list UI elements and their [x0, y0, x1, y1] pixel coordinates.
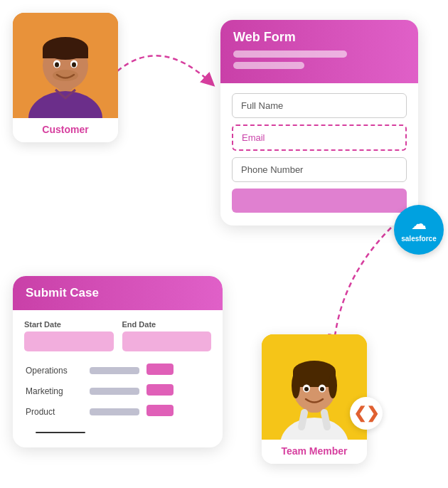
start-date-input[interactable] — [24, 331, 114, 351]
svg-point-21 — [304, 387, 309, 391]
code-icon: ❮❯ — [353, 404, 379, 423]
salesforce-label: salesforce — [401, 235, 436, 243]
table-row: Marketing — [24, 381, 211, 401]
row-bar — [88, 381, 145, 401]
svg-point-10 — [53, 70, 78, 81]
customer-label: Customer — [13, 118, 118, 142]
form-submit-button[interactable] — [232, 189, 407, 213]
row-button[interactable] — [145, 381, 211, 401]
submit-case-card: Submit Case Start Date End Date Operatio… — [13, 276, 223, 447]
submit-case-title: Submit Case — [26, 286, 210, 300]
end-date-label: End Date — [122, 320, 212, 329]
submit-case-body: Start Date End Date Operations Marketing — [13, 310, 223, 433]
date-row: Start Date End Date — [24, 320, 211, 351]
team-member-avatar-svg — [262, 334, 367, 440]
row-label: Product — [24, 401, 88, 422]
row-button[interactable] — [145, 401, 211, 422]
row-label: Operations — [24, 360, 88, 381]
phone-field[interactable]: Phone Number — [232, 157, 407, 182]
start-date-field: Start Date — [24, 320, 114, 351]
svg-point-17 — [292, 373, 300, 398]
svg-point-18 — [329, 373, 337, 398]
row-button[interactable] — [145, 360, 211, 381]
team-member-card: Team Member — [262, 334, 367, 464]
team-member-photo — [262, 334, 367, 440]
submit-case-header: Submit Case — [13, 276, 223, 310]
webform-card: Web Form Full Name Email Phone Number — [220, 20, 418, 226]
customer-photo — [13, 13, 118, 118]
row-bar — [88, 401, 145, 422]
svg-point-22 — [320, 387, 324, 391]
webform-placeholder-bar-2 — [233, 62, 304, 69]
svg-rect-5 — [43, 48, 88, 58]
salesforce-badge: ☁ salesforce — [394, 205, 444, 255]
webform-placeholder-bar-1 — [233, 51, 347, 58]
webform-body: Full Name Email Phone Number — [220, 83, 418, 182]
row-label: Marketing — [24, 381, 88, 401]
email-field[interactable]: Email — [232, 124, 407, 151]
end-date-field: End Date — [122, 320, 212, 351]
svg-point-8 — [55, 63, 59, 68]
customer-card: Customer — [13, 13, 118, 142]
cloud-icon: ☁ — [411, 216, 427, 232]
fullname-field[interactable]: Full Name — [232, 93, 407, 118]
start-date-label: Start Date — [24, 320, 114, 329]
end-date-input[interactable] — [122, 331, 212, 351]
submit-case-underline — [36, 432, 85, 433]
case-table: Operations Marketing Product — [24, 360, 211, 422]
customer-avatar-svg — [13, 13, 118, 118]
svg-point-9 — [72, 63, 76, 68]
code-icon-overlay: ❮❯ — [350, 397, 383, 430]
webform-header: Web Form — [220, 20, 418, 83]
row-bar — [88, 360, 145, 381]
webform-title: Web Form — [233, 30, 405, 45]
team-member-label: Team Member — [262, 440, 367, 464]
table-row: Operations — [24, 360, 211, 381]
table-row: Product — [24, 401, 211, 422]
